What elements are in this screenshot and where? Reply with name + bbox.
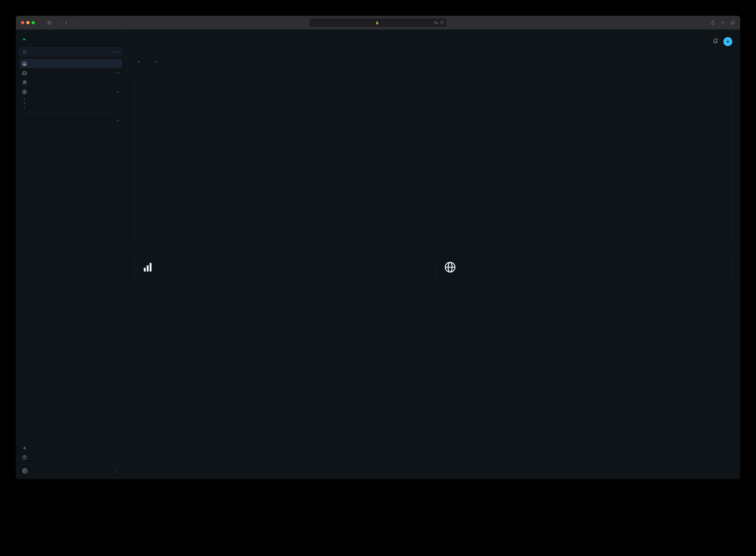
svg-line-9 xyxy=(25,53,26,54)
nav-settings-notifications[interactable] xyxy=(24,105,122,109)
back-button[interactable] xyxy=(64,21,68,25)
search-input[interactable] xyxy=(20,47,122,56)
plus-icon xyxy=(22,446,27,450)
more-icon[interactable]: ⋮ xyxy=(114,468,120,474)
inbox-badge xyxy=(115,72,120,73)
svg-rect-21 xyxy=(149,263,151,272)
granularity-select[interactable] xyxy=(151,60,157,64)
logo[interactable] xyxy=(20,33,122,47)
recent-sales-card xyxy=(134,255,430,286)
help-support[interactable] xyxy=(20,453,122,462)
forward-button[interactable] xyxy=(73,21,77,25)
revenue-area-chart[interactable] xyxy=(142,85,725,238)
svg-point-12 xyxy=(24,91,25,93)
chevron-down-icon xyxy=(154,60,157,64)
lock-icon: 🔒 xyxy=(375,21,379,25)
svg-rect-7 xyxy=(732,21,734,24)
inbox-icon xyxy=(22,71,27,75)
search-icon xyxy=(23,50,27,54)
kbd-cmd xyxy=(111,51,115,53)
colors-section-toggle[interactable] xyxy=(20,117,122,124)
add-button[interactable] xyxy=(723,37,732,46)
current-user[interactable]: ⋮ xyxy=(20,465,122,477)
url-bar[interactable]: 🔒 xyxy=(310,19,446,27)
user-avatar xyxy=(22,468,28,474)
users-icon xyxy=(22,80,27,85)
globe-icon xyxy=(444,262,456,273)
translate-icon[interactable] xyxy=(434,21,438,25)
svg-rect-19 xyxy=(144,268,146,272)
chevron-down-icon[interactable] xyxy=(56,21,59,25)
gear-icon xyxy=(22,90,27,94)
nav-settings-general[interactable] xyxy=(24,97,122,101)
top-countries-card xyxy=(437,255,732,286)
svg-rect-3 xyxy=(436,22,437,24)
sidebar: ⋮ xyxy=(16,30,127,479)
svg-rect-20 xyxy=(147,265,148,272)
filters-bar xyxy=(127,54,740,69)
help-icon xyxy=(22,455,27,460)
nav-settings[interactable] xyxy=(20,88,122,96)
date-range-select[interactable] xyxy=(134,60,141,64)
svg-point-11 xyxy=(25,81,26,82)
sidebar-toggle-icon[interactable] xyxy=(47,21,51,25)
svg-point-10 xyxy=(23,81,25,82)
window-minimize-button[interactable] xyxy=(26,21,30,24)
window-close-button[interactable] xyxy=(21,21,24,24)
revenue-chart-card xyxy=(134,76,732,248)
nav-settings-members[interactable] xyxy=(24,101,122,105)
window-zoom-button[interactable] xyxy=(32,21,35,24)
browser-titlebar: 🔒 xyxy=(16,16,740,30)
nav-users[interactable] xyxy=(20,78,122,87)
chevron-down-icon xyxy=(137,60,141,64)
chart-x-axis-labels xyxy=(142,238,725,241)
nav-inbox[interactable] xyxy=(20,68,122,77)
new-tab-icon[interactable] xyxy=(721,21,725,25)
invite-people[interactable] xyxy=(20,444,122,453)
topbar xyxy=(127,30,740,54)
svg-rect-0 xyxy=(48,21,51,24)
tabs-icon[interactable] xyxy=(731,21,735,25)
share-icon[interactable] xyxy=(711,21,715,25)
chevron-down-icon xyxy=(116,119,120,123)
chevron-down-icon xyxy=(116,90,120,94)
notifications-button[interactable] xyxy=(713,38,718,45)
bar-chart-icon xyxy=(142,262,153,273)
plus-icon xyxy=(725,39,730,44)
notification-dot xyxy=(717,38,719,40)
svg-rect-2 xyxy=(435,22,436,23)
nuxt-logo-icon xyxy=(21,36,27,42)
home-icon xyxy=(22,61,27,66)
main-content xyxy=(127,30,740,479)
kbd-k xyxy=(116,51,119,53)
nav-home[interactable] xyxy=(20,59,122,68)
reload-icon[interactable] xyxy=(440,21,444,25)
